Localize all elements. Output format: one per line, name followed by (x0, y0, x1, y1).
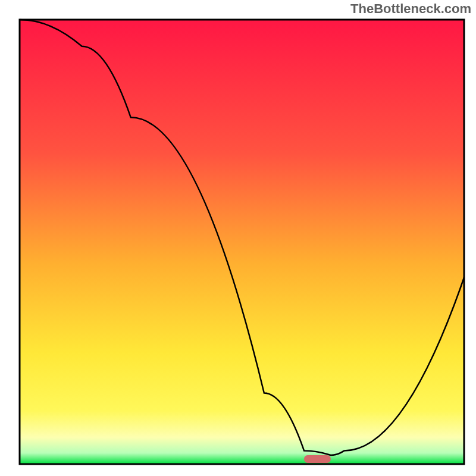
optimal-marker (304, 455, 331, 463)
bottleneck-chart (0, 0, 476, 476)
gradient-fill (20, 20, 464, 464)
